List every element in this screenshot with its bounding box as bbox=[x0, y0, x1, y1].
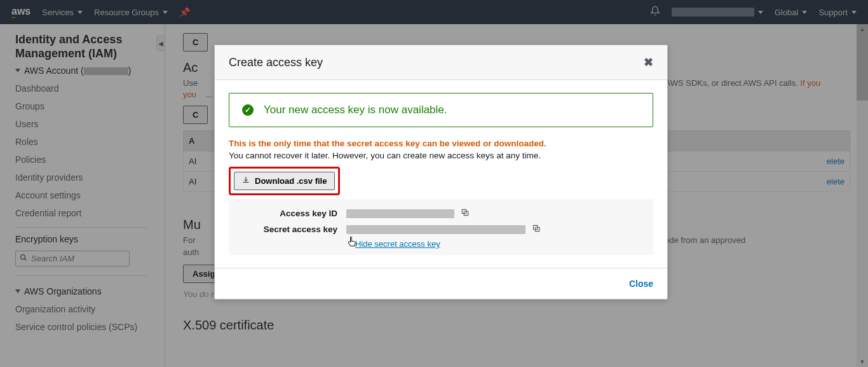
check-circle-icon: ✓ bbox=[242, 104, 254, 116]
hide-secret-key-link[interactable]: Hide secret access key bbox=[355, 239, 440, 249]
access-key-id-label: Access key ID bbox=[241, 209, 346, 218]
secret-key-label: Secret access key bbox=[241, 225, 346, 234]
warning-subtext: You cannot recover it later. However, yo… bbox=[229, 151, 653, 160]
copy-icon[interactable] bbox=[461, 208, 470, 219]
modal-title: Create access key bbox=[229, 56, 323, 69]
download-csv-button[interactable]: Download .csv file bbox=[234, 172, 335, 190]
close-icon[interactable]: ✖ bbox=[644, 55, 653, 69]
close-button[interactable]: Close bbox=[629, 279, 653, 289]
download-highlight: Download .csv file bbox=[229, 167, 340, 195]
copy-icon[interactable] bbox=[532, 224, 541, 235]
success-alert: ✓ Your new access key is now available. bbox=[229, 93, 653, 127]
cursor-pointer-icon bbox=[346, 235, 358, 253]
secret-key-value bbox=[346, 225, 526, 234]
key-details-block: Access key ID Secret access key bbox=[229, 199, 653, 255]
warning-text: This is the only time that the secret ac… bbox=[229, 139, 653, 148]
access-key-id-value bbox=[346, 209, 454, 218]
success-message: Your new access key is now available. bbox=[264, 104, 447, 116]
create-access-key-modal: Create access key ✖ ✓ Your new access ke… bbox=[214, 45, 668, 300]
download-icon bbox=[242, 176, 250, 186]
